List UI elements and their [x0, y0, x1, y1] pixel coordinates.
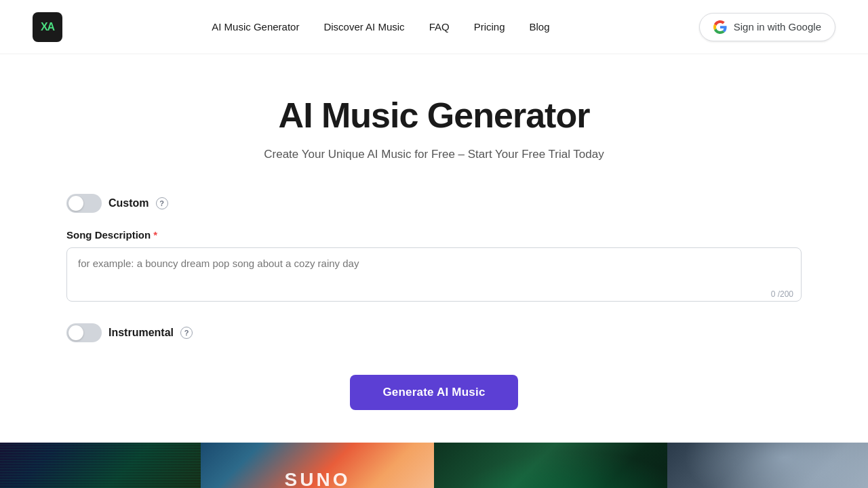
song-description-textarea[interactable] [66, 247, 802, 302]
gallery-item-1 [0, 443, 201, 488]
nav-item-ai-music-generator[interactable]: AI Music Generator [212, 21, 299, 33]
sign-in-label: Sign in with Google [734, 21, 821, 33]
sign-in-button[interactable]: Sign in with Google [699, 13, 835, 41]
instrumental-slider [66, 323, 102, 342]
char-count: 0 /200 [771, 289, 793, 299]
hero-subtitle: Create Your Unique AI Music for Free – S… [66, 148, 802, 161]
google-icon [713, 20, 727, 34]
textarea-wrapper: 0 /200 [66, 247, 802, 304]
logo-box: XA [33, 12, 62, 42]
nav-item-faq[interactable]: FAQ [429, 21, 450, 33]
page-title: AI Music Generator [66, 95, 802, 136]
gallery-image-4 [667, 443, 868, 488]
instrumental-toggle-row: Instrumental ? [66, 323, 802, 342]
gallery-item-3 [434, 443, 667, 488]
main-nav: AI Music Generator Discover AI Music FAQ… [212, 21, 549, 33]
generate-button[interactable]: Generate AI Music [350, 375, 517, 410]
gallery-image-2 [201, 443, 434, 488]
gallery-item-2 [201, 443, 434, 488]
instrumental-help-icon[interactable]: ? [180, 327, 193, 339]
site-header: XA AI Music Generator Discover AI Music … [0, 0, 868, 54]
song-description-field: Song Description * 0 /200 [66, 229, 802, 304]
generate-btn-wrapper: Generate AI Music [66, 375, 802, 410]
main-content: AI Music Generator Create Your Unique AI… [34, 54, 834, 410]
custom-help-icon[interactable]: ? [156, 197, 168, 209]
gallery-row [0, 443, 868, 488]
nav-item-pricing[interactable]: Pricing [474, 21, 505, 33]
nav-item-discover-ai-music[interactable]: Discover AI Music [323, 21, 404, 33]
nav-item-blog[interactable]: Blog [530, 21, 550, 33]
custom-label: Custom [108, 197, 149, 209]
custom-toggle[interactable] [66, 194, 102, 213]
gallery-image-3 [434, 443, 667, 488]
custom-toggle-row: Custom ? [66, 194, 802, 213]
logo[interactable]: XA [33, 12, 62, 42]
custom-slider [66, 194, 102, 213]
instrumental-label: Instrumental [108, 327, 174, 339]
instrumental-toggle[interactable] [66, 323, 102, 342]
song-description-label: Song Description * [66, 229, 802, 241]
gallery-image-1 [0, 443, 201, 488]
gallery-item-4 [667, 443, 868, 488]
required-indicator: * [153, 229, 157, 241]
